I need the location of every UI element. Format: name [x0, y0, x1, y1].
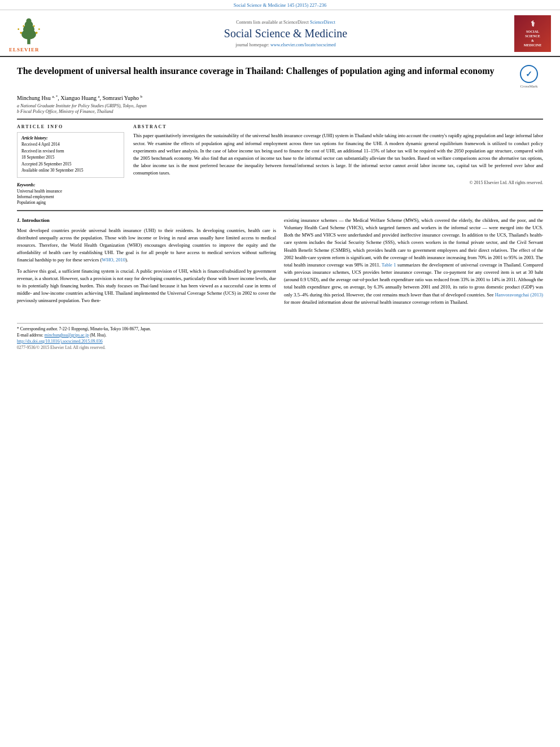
- abstract-col: ABSTRACT This paper quantitatively inves…: [133, 124, 543, 206]
- keyword-1: Universal health insurance: [17, 189, 124, 194]
- homepage-link[interactable]: www.elsevier.com/locate/socscimed: [270, 42, 336, 47]
- svg-point-10: [33, 25, 35, 27]
- abstract-label: ABSTRACT: [133, 124, 543, 129]
- crossmark-label: CrossMark: [520, 84, 537, 89]
- affiliation-a: a National Graduate Institute for Policy…: [17, 103, 543, 108]
- issn-line: 0277-9536/© 2015 Elsevier Ltd. All right…: [17, 345, 543, 350]
- doi-link[interactable]: http://dx.doi.org/10.1016/j.socscimed.20…: [17, 339, 103, 344]
- available-row: Available online 30 September 2015: [21, 168, 120, 174]
- article-history-box: Article history: Received 4 April 2014 R…: [17, 132, 124, 178]
- intro-para2: To achieve this goal, a sufficient finan…: [17, 268, 276, 305]
- keyword-2: Informal employment: [17, 194, 124, 199]
- authors-line: Minchung Hsu a, *, Xianguo Huang a, Somr…: [17, 94, 543, 101]
- citation-bar: Social Science & Medicine 145 (2015) 227…: [0, 0, 560, 10]
- intro-para3: existing insurance schemes — the Medical…: [284, 217, 543, 306]
- svg-point-4: [26, 18, 31, 23]
- crossmark-icon[interactable]: ✓: [520, 65, 538, 83]
- body-area: 1. Introduction Most developed countries…: [17, 217, 543, 309]
- journal-logo-area: ⚕ SOCIALSCIENCE&MEDICINE: [506, 15, 551, 52]
- citation-text: Social Science & Medicine 145 (2015) 227…: [234, 2, 326, 8]
- email-link[interactable]: minchunghsu@grips.ac.jp: [45, 333, 89, 338]
- abstract-divider: [17, 210, 543, 211]
- intro-section-num: 1.: [17, 217, 21, 223]
- table1-link[interactable]: Table 1: [382, 262, 396, 268]
- homepage-line: journal homepage: www.elsevier.com/locat…: [65, 42, 506, 47]
- authors-text: Minchung Hsu a, *, Xianguo Huang a, Somr…: [17, 95, 142, 101]
- revised-date-row: 18 September 2015: [21, 155, 120, 161]
- abstract-text: This paper quantitatively investigates t…: [133, 132, 543, 177]
- svg-point-9: [23, 25, 24, 27]
- title-divider: [17, 119, 543, 120]
- history-label: Article history:: [21, 136, 120, 141]
- article-info-label: ARTICLE INFO: [17, 124, 124, 129]
- hanvo-link[interactable]: Hanvoravongchai (2013): [495, 292, 543, 298]
- elsevier-label: ELSEVIER: [9, 47, 40, 53]
- affiliation-b: b Fiscal Policy Office, Ministry of Fina…: [17, 109, 543, 114]
- received-row: Received 4 April 2014: [21, 142, 120, 148]
- journal-logo-box: ⚕ SOCIALSCIENCE&MEDICINE: [514, 15, 551, 52]
- corresponding-text: * Corresponding author. 7-22-1 Roppongi,…: [17, 326, 151, 331]
- doi-line[interactable]: http://dx.doi.org/10.1016/j.socscimed.20…: [17, 339, 543, 344]
- article-title: The development of universal health insu…: [17, 65, 515, 77]
- svg-point-5: [20, 32, 22, 34]
- elsevier-logo-area: ELSEVIER: [9, 15, 65, 53]
- sciencedirect-link[interactable]: ScienceDirect: [310, 20, 335, 25]
- sciencedirect-line: Contents lists available at ScienceDirec…: [65, 20, 506, 25]
- elsevier-tree-icon: [9, 15, 49, 46]
- journal-header-center: Contents lists available at ScienceDirec…: [65, 20, 506, 47]
- received-revised-row: Received in revised form: [21, 148, 120, 155]
- abstract-copyright: © 2015 Elsevier Ltd. All rights reserved…: [133, 180, 543, 185]
- article-footer: * Corresponding author. 7-22-1 Roppongi,…: [17, 323, 543, 353]
- intro-para1: Most developed countries provide univers…: [17, 227, 276, 264]
- journal-title: Social Science & Medicine: [65, 27, 506, 40]
- article-info-col: ARTICLE INFO Article history: Received 4…: [17, 124, 124, 206]
- keywords-box: Keywords: Universal health insurance Inf…: [17, 182, 124, 205]
- title-section: The development of universal health insu…: [17, 65, 543, 89]
- intro-section-title: Introduction: [22, 217, 50, 223]
- keywords-label: Keywords:: [17, 182, 124, 187]
- svg-point-7: [18, 28, 19, 30]
- body-col-left: 1. Introduction Most developed countries…: [17, 217, 276, 309]
- email-line: E-mail address: minchunghsu@grips.ac.jp …: [17, 333, 543, 338]
- corresponding-note: * Corresponding author. 7-22-1 Roppongi,…: [17, 326, 543, 331]
- accepted-row: Accepted 26 September 2015: [21, 161, 120, 168]
- body-col-right: existing insurance schemes — the Medical…: [284, 217, 543, 309]
- article-content: The development of universal health insu…: [0, 57, 560, 317]
- intro-heading: 1. Introduction: [17, 217, 276, 225]
- who-link[interactable]: WHO, 2010: [102, 257, 125, 263]
- crossmark-badge: ✓ CrossMark: [515, 65, 543, 89]
- svg-point-6: [36, 32, 38, 34]
- info-abstract-section: ARTICLE INFO Article history: Received 4…: [17, 124, 543, 206]
- journal-header: ELSEVIER Contents lists available at Sci…: [0, 10, 560, 57]
- svg-point-8: [38, 28, 40, 30]
- keyword-3: Population aging: [17, 200, 124, 205]
